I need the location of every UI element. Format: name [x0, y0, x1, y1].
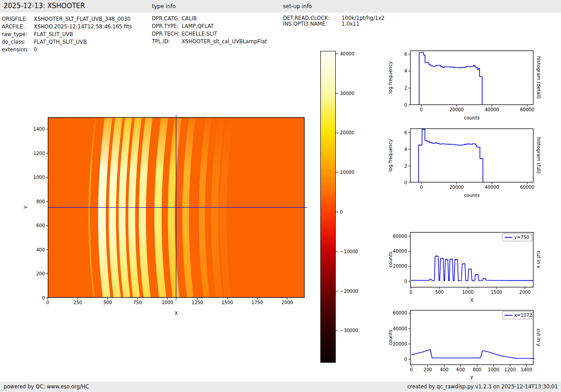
svg-text:600: 600 [36, 223, 45, 228]
svg-text:40000: 40000 [393, 326, 407, 331]
histogram-detail-xlabel: counts [410, 115, 534, 120]
svg-text:750: 750 [133, 300, 142, 305]
svg-text:800: 800 [36, 199, 45, 204]
svg-text:0: 0 [410, 367, 413, 372]
svg-text:6: 6 [404, 52, 407, 57]
metadata-row: INS.OPTI3.NAME:1.0x11 [283, 21, 360, 27]
svg-text:400: 400 [440, 367, 448, 372]
metadata-value: FLAT_SLIT_UVB [34, 31, 73, 37]
svg-text:60000: 60000 [520, 107, 534, 112]
page-title: 2025-12-13: XSHOOTER [4, 2, 85, 10]
svg-text:20000: 20000 [449, 185, 464, 190]
histogram-full-ylabel: log frequency [388, 139, 393, 172]
svg-text:x=1072: x=1072 [514, 313, 532, 318]
detector-xlabel: X [48, 310, 305, 316]
colorbar: 400003000020000100000−10000−20000−30000 [320, 51, 336, 363]
svg-text:−10000: −10000 [340, 249, 358, 254]
svg-text:500: 500 [103, 300, 112, 305]
svg-text:−20000: −20000 [340, 289, 358, 294]
svg-text:1000: 1000 [488, 367, 499, 372]
setup-info-heading: set-up info [283, 3, 312, 9]
svg-text:0: 0 [404, 279, 407, 284]
svg-text:0: 0 [42, 296, 45, 301]
svg-text:20000: 20000 [393, 342, 407, 346]
cut-in-x-plot: 05001000150020000200004000060000y=750 [410, 232, 534, 287]
svg-text:1000: 1000 [33, 175, 45, 180]
svg-text:60000: 60000 [393, 310, 407, 315]
svg-text:1750: 1750 [251, 300, 263, 305]
histogram-full-plot: 02000040000600000246 [410, 128, 534, 182]
metadata-row: DPR.CATG:CALIB [152, 15, 197, 22]
histogram-full-canvas: 02000040000600000246 [410, 128, 534, 182]
metadata-label: DPR.TYPE: [152, 23, 182, 29]
svg-text:0: 0 [420, 185, 423, 190]
histogram-full-side-label: histogram (full) [536, 137, 542, 174]
svg-text:20000: 20000 [340, 130, 355, 135]
svg-text:60000: 60000 [520, 185, 534, 190]
cut-in-x-xlabel: X [410, 297, 534, 303]
svg-text:500: 500 [435, 290, 444, 295]
histogram-detail-plot: 02000040000600000246 [410, 50, 534, 105]
svg-text:30000: 30000 [340, 91, 355, 96]
svg-text:0: 0 [404, 357, 407, 362]
cut-in-y-ylabel: counts [388, 329, 393, 345]
svg-text:1400: 1400 [33, 127, 45, 132]
metadata-value: 100k/1pt/hg/1x2 [342, 15, 384, 21]
svg-text:600: 600 [456, 367, 465, 372]
metadata-value: CALIB [182, 15, 197, 22]
metadata-row: extension:0 [2, 46, 37, 53]
svg-text:0: 0 [410, 290, 412, 295]
histogram-detail-canvas: 02000040000600000246 [410, 50, 534, 105]
histogram-full-xlabel: counts [410, 192, 534, 198]
svg-text:250: 250 [73, 300, 82, 305]
histogram-detail-ylabel: log frequency [388, 61, 393, 94]
metadata-value: ECHELLE,SLIT [182, 31, 217, 37]
svg-text:2000: 2000 [519, 290, 530, 295]
qc-report-page: 2025-12-13: XSHOOTER type info set-up in… [0, 0, 561, 392]
detector-ylabel: Y [23, 206, 28, 209]
svg-text:2000: 2000 [281, 300, 292, 305]
header-bar: 2025-12-13: XSHOOTER type info set-up in… [0, 0, 561, 13]
svg-text:0: 0 [46, 300, 49, 305]
svg-text:4: 4 [404, 68, 407, 73]
metadata-row: DPR.TECH:ECHELLE,SLIT [152, 31, 217, 37]
svg-text:y=750: y=750 [514, 235, 529, 240]
svg-text:1000: 1000 [462, 290, 474, 295]
svg-text:40000: 40000 [485, 107, 499, 112]
cut-in-x-ylabel: counts [388, 251, 393, 267]
metadata-label: ORIGFILE: [2, 16, 34, 22]
footer-left-text: powered by QC: www.eso.org/HC [4, 383, 89, 390]
svg-text:1200: 1200 [33, 151, 45, 156]
svg-text:400: 400 [36, 247, 45, 252]
metadata-label: raw_type: [2, 31, 34, 37]
metadata-label: DPR.TECH: [152, 31, 182, 37]
type-info-heading: type info [152, 3, 176, 9]
metadata-label: DPR.CATG: [152, 15, 182, 22]
metadata-label: do_class: [2, 39, 34, 45]
svg-text:1000: 1000 [162, 300, 173, 305]
svg-text:1200: 1200 [504, 367, 515, 372]
svg-text:40000: 40000 [393, 249, 407, 254]
svg-text:2: 2 [404, 164, 407, 169]
svg-text:200: 200 [424, 367, 432, 372]
metadata-row: raw_type:FLAT_SLIT_UVB [2, 31, 73, 37]
detector-image-canvas: 0250500750100012501500175020000200400600… [48, 117, 305, 298]
metadata-label: TPL.ID: [152, 38, 182, 45]
svg-text:0: 0 [420, 107, 423, 112]
metadata-label: ARCFILE: [2, 23, 34, 30]
metadata-value: XSHOO.2025-12-14T12:58:46.165.fits [34, 23, 132, 30]
cut-in-y-xlabel: Y [410, 375, 534, 380]
metadata-row: ORIGFILE:XSHOOTER_SLT_FLAT_UVB_348_0030 [2, 16, 131, 22]
metadata-value: 0 [34, 46, 37, 53]
svg-text:−30000: −30000 [340, 328, 358, 333]
metadata-row: DET.READ.CLOCK:100k/1pt/hg/1x2 [283, 15, 384, 21]
metadata-value: 1.0x11 [342, 21, 360, 27]
svg-text:40000: 40000 [485, 185, 499, 190]
footer-right-text: created by qc_rawdisp.py v1.2.3 on 2025-… [407, 383, 558, 390]
metadata-value: XSHOOTER_SLT_FLAT_UVB_348_0030 [34, 16, 131, 22]
svg-text:0: 0 [404, 180, 407, 185]
metadata-value: LAMP,QFLAT [182, 23, 214, 29]
metadata-value: XSHOOTER_slt_cal_UVBLampFlat [182, 38, 267, 45]
detector-image-plot: 0250500750100012501500175020000200400600… [48, 117, 305, 298]
metadata-value: FLAT_QTH_SLIT_UVB [34, 39, 87, 45]
